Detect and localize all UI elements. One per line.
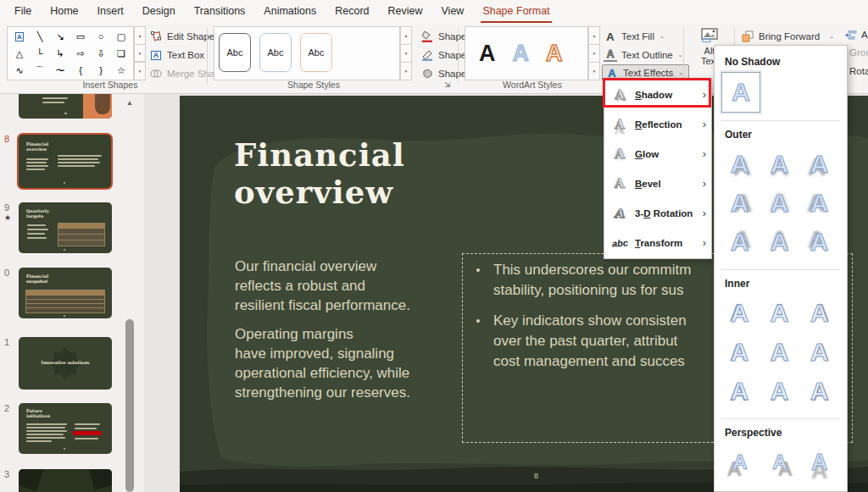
shape-curve-icon[interactable]: 〜 <box>50 62 70 79</box>
tab-animations[interactable]: Animations <box>254 0 326 24</box>
scroll-up-icon[interactable]: ▲ <box>126 99 133 107</box>
shape-rectangle-icon[interactable]: ▭ <box>70 28 91 45</box>
tab-transitions[interactable]: Transitions <box>185 0 255 24</box>
shadow-offset-top-right-tile[interactable]: A <box>720 223 760 262</box>
shadow-offset-bottom-left-tile[interactable]: A <box>799 145 839 184</box>
shape-right-arrow-icon[interactable]: ⇨ <box>70 45 91 62</box>
tab-shape-format[interactable]: Shape Format <box>473 0 559 24</box>
shape-snip-rectangle-icon[interactable]: ❏ <box>111 45 131 62</box>
shape-style-tile-1[interactable]: Abc <box>219 33 251 72</box>
wordart-scroll-down-button[interactable]: ▼ <box>588 45 600 63</box>
align-button[interactable]: Align <box>844 28 868 41</box>
gallery-more-button[interactable]: ▼ <box>134 62 146 80</box>
tab-design[interactable]: Design <box>133 0 185 24</box>
shadow-inside-center-tile[interactable]: A <box>760 333 799 372</box>
shape-style-tile-3[interactable]: Abc <box>300 33 332 72</box>
shape-elbow-arrow-icon[interactable]: ↳ <box>50 45 70 62</box>
shape-down-arrow-icon[interactable]: ⇩ <box>91 45 111 62</box>
shadow-offset-right-tile[interactable]: A <box>720 184 760 223</box>
shape-star-icon[interactable]: ☆ <box>111 62 131 79</box>
tab-record[interactable]: Record <box>326 0 378 24</box>
rotate-button[interactable]: Rotate <box>849 66 868 76</box>
tab-insert[interactable]: Insert <box>88 0 133 24</box>
menu-item-bevel[interactable]: A Bevel › <box>604 169 711 198</box>
shadow-perspective-below-tile[interactable]: A <box>799 443 839 482</box>
shape-oval-icon[interactable]: ○ <box>91 28 111 45</box>
shape-right-brace-icon[interactable]: } <box>91 62 111 79</box>
thumbnail-scrollbar[interactable]: ▲ <box>124 94 136 492</box>
shape-line-icon[interactable]: ╲ <box>30 28 50 45</box>
shadow-perspective-below-right-tile[interactable]: A <box>760 443 799 482</box>
menu-item-glow[interactable]: A Glow › <box>604 139 711 169</box>
text-outline-button[interactable]: A Text Outline ⌄ <box>604 47 683 64</box>
shadow-inside-top-left-tile[interactable]: A <box>720 294 760 333</box>
slide-title[interactable]: Financial overview <box>234 136 405 211</box>
shape-left-brace-icon[interactable]: { <box>70 62 91 79</box>
bring-forward-button[interactable]: Bring Forward ⌄ <box>741 28 834 45</box>
shadow-offset-center-tile[interactable]: A <box>760 184 799 223</box>
outer-header: Outer <box>725 129 847 141</box>
shape-arc-icon[interactable]: ⌒ <box>30 62 50 79</box>
shadow-perspective-upper-left-tile[interactable]: A <box>720 482 760 492</box>
shadow-offset-bottom-right-tile[interactable]: A <box>720 145 760 184</box>
shadow-offset-bottom-tile[interactable]: A <box>760 145 799 184</box>
thumbnail-scrollbar-thumb[interactable] <box>125 319 134 492</box>
shape-triangle-icon[interactable]: △ <box>9 45 30 62</box>
shadow-inside-bottom-tile[interactable]: A <box>760 372 799 411</box>
shadow-inside-left-tile[interactable]: A <box>720 333 760 372</box>
shape-line-arrow-icon[interactable]: ↘ <box>50 28 70 45</box>
slide-13-thumbnail[interactable]: Thank you <box>19 469 112 492</box>
slide-body-text-left[interactable]: Our financial overview reflects a robust… <box>235 257 417 402</box>
menu-item-reflection[interactable]: A Reflection › <box>604 109 711 139</box>
styles-scroll-up-button[interactable]: ▲ <box>400 26 412 45</box>
shadow-inside-top-tile[interactable]: A <box>760 294 799 333</box>
bullet-icon <box>476 268 480 272</box>
shadow-offset-left-tile[interactable]: A <box>799 184 839 223</box>
shape-style-tile-2[interactable]: Abc <box>259 33 292 72</box>
shadow-inside-bottom-left-tile[interactable]: A <box>720 372 760 411</box>
shape-elbow-connector-icon[interactable]: └ <box>30 45 50 62</box>
slide-7-thumbnail-partial[interactable] <box>19 94 112 119</box>
bullet-text: This underscores our commitm <box>493 261 691 279</box>
menu-item-3d-rotation[interactable]: A 3-D Rotation › <box>604 198 711 228</box>
shadow-offset-top-left-tile[interactable]: A <box>799 223 839 262</box>
shape-scribble-icon[interactable]: ∿ <box>9 62 30 79</box>
text-box-button[interactable]: A Text Box <box>149 47 204 64</box>
no-shadow-tile[interactable]: A <box>721 72 760 113</box>
group-label: Group <box>849 47 868 58</box>
styles-more-button[interactable]: ▼ <box>400 63 412 80</box>
styles-scroll-down-button[interactable]: ▼ <box>400 45 412 63</box>
wordart-more-button[interactable]: ▼ <box>588 63 600 80</box>
shape-rounded-rectangle-icon[interactable]: ▢ <box>111 28 131 45</box>
shadow-inside-bottom-right-tile[interactable]: A <box>799 372 839 411</box>
shadow-inside-top-right-tile[interactable]: A <box>799 294 839 333</box>
tab-view[interactable]: View <box>432 0 474 24</box>
slide-10-thumbnail[interactable]: Financial snapshot <box>19 268 112 318</box>
slide-11-thumbnail[interactable]: Innovative solutions <box>19 337 112 390</box>
tab-review[interactable]: Review <box>379 0 432 24</box>
tab-home[interactable]: Home <box>41 0 87 24</box>
gallery-scroll-down-button[interactable]: ▼ <box>134 45 146 63</box>
slide-12-thumbnail[interactable]: Future initiatives <box>19 403 112 454</box>
shape-styles-dialog-launcher-icon[interactable]: ⇲ <box>444 80 454 91</box>
wordart-scroll-up-button[interactable]: ▲ <box>588 26 600 45</box>
shadow-perspective-upper-right-tile[interactable]: A <box>760 482 799 492</box>
wordart-sample-3[interactable]: A <box>546 41 563 67</box>
wordart-sample-1[interactable]: A <box>479 41 496 67</box>
reflection-effect-icon: A <box>612 117 627 132</box>
shape-textbox-icon[interactable]: A <box>9 28 30 45</box>
slide-9-thumbnail[interactable]: Quarterly targets <box>19 202 112 253</box>
slide-8-thumbnail[interactable]: Financial overview <box>17 133 113 190</box>
tab-file[interactable]: File <box>5 0 41 24</box>
text-fill-button[interactable]: A Text Fill ⌄ <box>604 28 665 45</box>
slide-10-number: 0 <box>4 268 9 278</box>
submenu-arrow-icon: › <box>703 119 706 130</box>
shadow-perspective-below-left-tile[interactable]: A <box>720 443 760 482</box>
wordart-sample-2[interactable]: A <box>513 41 530 67</box>
shadow-offset-top-tile[interactable]: A <box>760 223 799 262</box>
submenu-arrow-icon: › <box>703 89 706 100</box>
gallery-scroll-up-button[interactable]: ▲ <box>134 26 146 45</box>
menu-item-shadow[interactable]: A Shadow › <box>604 80 711 109</box>
menu-item-transform[interactable]: abc Transform › <box>604 228 711 257</box>
shadow-inside-right-tile[interactable]: A <box>799 333 839 372</box>
